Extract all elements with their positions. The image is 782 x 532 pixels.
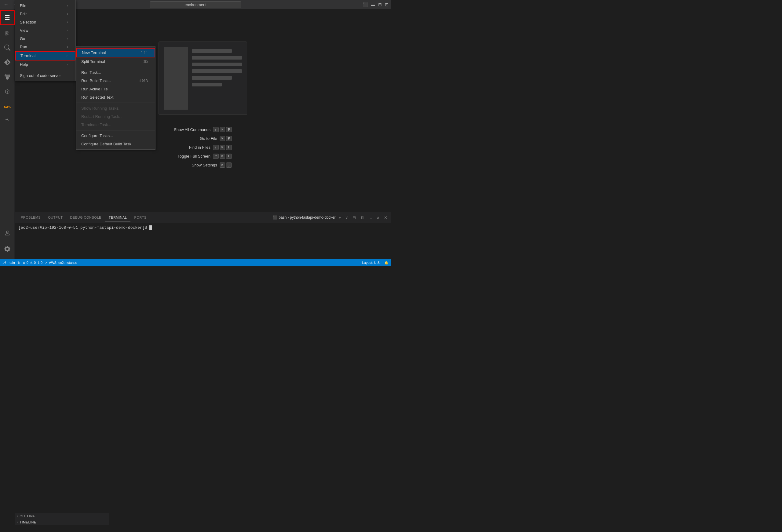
aws-status-label: AWS: ec2:instance — [49, 261, 77, 264]
welcome-line — [192, 76, 232, 80]
sidebar-item-search[interactable] — [0, 41, 15, 56]
kbd: P — [226, 136, 232, 141]
menu-item-view-label: View — [20, 28, 28, 33]
hamburger-menu-button[interactable]: ☰ — [0, 10, 15, 25]
sidebar-item-docker[interactable] — [0, 114, 15, 129]
info-icon: ℹ — [38, 261, 39, 265]
menu-item-run-label: Run — [20, 45, 27, 49]
submenu-item-run-active-file[interactable]: Run Active File — [76, 85, 155, 93]
kbd: ⌘ — [220, 163, 225, 168]
bash-session-label: ⬛ bash - python-fastapi-demo-docker — [273, 215, 335, 220]
errors-status[interactable]: ⊗ 0 ⚠ 0 — [23, 261, 36, 265]
sync-status[interactable]: ↻ — [17, 261, 20, 265]
menu-item-run[interactable]: Run › — [15, 43, 75, 51]
submenu-item-run-selected-text[interactable]: Run Selected Text — [76, 93, 155, 101]
terminal-content[interactable]: [ec2-user@ip-192-168-0-51 python-fastapi… — [15, 223, 391, 259]
chevron-right-icon: › — [67, 21, 68, 24]
menu-item-file[interactable]: File › — [15, 2, 75, 10]
run-build-task-shortcut: ⇧⌘B — [139, 79, 148, 83]
toggle-fullscreen-label: Toggle Full Screen — [177, 154, 210, 158]
tab-debug-console[interactable]: DEBUG CONSOLE — [66, 214, 105, 221]
new-terminal-label: New Terminal — [82, 50, 106, 55]
tab-terminal[interactable]: TERMINAL — [105, 214, 131, 221]
panel-icon[interactable]: ▬ — [371, 2, 375, 7]
checkmark-icon: ✓ — [45, 261, 48, 265]
hamburger-icon: ☰ — [5, 14, 10, 22]
info-count: 0 — [41, 261, 42, 264]
menu-item-signout[interactable]: Sign out of code-server — [15, 71, 75, 80]
submenu-item-run-task[interactable]: Run Task... — [76, 68, 155, 77]
welcome-card-right — [192, 47, 242, 110]
sidebar-item-git[interactable] — [0, 56, 15, 70]
find-in-files-label: Find in Files — [189, 145, 210, 150]
submenu-item-new-terminal[interactable]: New Terminal ⌃⇧` — [76, 48, 155, 58]
kbd-group: ⇧ ⌘ P — [213, 127, 232, 132]
command-row-goto-file: Go to File ⌘ P — [174, 136, 232, 141]
info-status[interactable]: ℹ 0 — [38, 261, 42, 265]
welcome-panel: Show All Commands ⇧ ⌘ P Go to File ⌘ P — [158, 41, 247, 168]
menu-item-view[interactable]: View › — [15, 26, 75, 35]
sidebar-item-explorer[interactable]: ⎘ — [0, 26, 15, 41]
error-icon: ⊗ — [23, 261, 25, 265]
terminal-more-button[interactable]: … — [367, 215, 374, 220]
kbd: F — [226, 145, 232, 150]
warning-count: 0 — [34, 261, 36, 264]
account-button[interactable] — [0, 226, 15, 241]
terminal-dropdown-button[interactable]: ∨ — [344, 215, 350, 220]
main-menu: File › Edit › Selection › View › Go › Ru… — [15, 0, 76, 81]
terminal-close-button[interactable]: ✕ — [383, 215, 389, 220]
aws-status[interactable]: ✓ AWS: ec2:instance — [45, 261, 77, 265]
account-icon — [4, 230, 10, 238]
extensions-icon — [4, 88, 10, 96]
explorer-icon: ⎘ — [5, 30, 9, 37]
submenu-item-run-build-task[interactable]: Run Build Task... ⇧⌘B — [76, 77, 155, 85]
welcome-line — [192, 69, 242, 73]
layout-icon[interactable]: ⊞ — [378, 2, 382, 7]
main-layout: ☰ ⎘ — [0, 9, 391, 259]
sidebar-toggle-icon[interactable]: ⬛ — [363, 2, 368, 7]
menu-item-selection[interactable]: Selection › — [15, 18, 75, 26]
submenu-item-configure-default-build[interactable]: Configure Default Build Task... — [76, 140, 155, 148]
submenu-item-configure-tasks[interactable]: Configure Tasks... — [76, 132, 155, 140]
kill-terminal-button[interactable]: 🗑 — [359, 215, 365, 220]
welcome-line — [192, 83, 222, 86]
settings-icon — [4, 246, 10, 253]
chevron-right-icon: › — [67, 4, 68, 7]
kbd: P — [226, 127, 232, 132]
layout-status[interactable]: Layout: U.S. — [362, 261, 381, 264]
sidebar-item-debug[interactable] — [0, 70, 15, 85]
terminal-submenu: New Terminal ⌃⇧` Split Terminal ⌘\ Run T… — [76, 46, 155, 150]
sidebar-item-aws[interactable]: AWS — [0, 100, 15, 114]
submenu-item-show-running-tasks: Show Running Tasks... — [76, 104, 155, 112]
settings-button[interactable] — [0, 242, 15, 257]
terminal-maximize-button[interactable]: ∧ — [376, 215, 381, 220]
menu-item-go[interactable]: Go › — [15, 35, 75, 43]
split-terminal-shortcut: ⌘\ — [143, 60, 148, 64]
grid-icon[interactable]: ⊡ — [385, 2, 389, 7]
chevron-right-icon: › — [67, 45, 68, 48]
chevron-right-icon: › — [67, 29, 68, 32]
add-terminal-button[interactable]: + — [337, 215, 342, 220]
welcome-card-left — [164, 47, 188, 110]
run-build-task-label: Run Build Task... — [81, 78, 111, 83]
menu-item-file-label: File — [20, 3, 26, 8]
command-row-show-all: Show All Commands ⇧ ⌘ P — [174, 127, 232, 132]
tab-output[interactable]: OUTPUT — [44, 214, 66, 221]
notifications-button[interactable]: 🔔 — [384, 261, 389, 265]
branch-status[interactable]: ⎇ main — [2, 261, 15, 265]
sidebar-item-extensions[interactable] — [0, 85, 15, 100]
sync-icon: ↻ — [17, 261, 20, 265]
goto-file-label: Go to File — [200, 136, 217, 141]
menu-item-edit[interactable]: Edit › — [15, 10, 75, 18]
menu-item-go-label: Go — [20, 36, 25, 41]
back-button[interactable]: ← — [2, 1, 10, 8]
menu-item-help[interactable]: Help › — [15, 61, 75, 69]
commands-list: Show All Commands ⇧ ⌘ P Go to File ⌘ P — [174, 127, 232, 168]
submenu-item-split-terminal[interactable]: Split Terminal ⌘\ — [76, 58, 155, 66]
tab-ports[interactable]: PORTS — [131, 214, 150, 221]
search-input[interactable] — [150, 1, 241, 8]
kbd: F — [226, 154, 232, 159]
menu-item-terminal[interactable]: Terminal › — [15, 51, 75, 61]
split-terminal-button[interactable]: ⊟ — [351, 215, 357, 220]
tab-problems[interactable]: PROBLEMS — [17, 214, 44, 221]
